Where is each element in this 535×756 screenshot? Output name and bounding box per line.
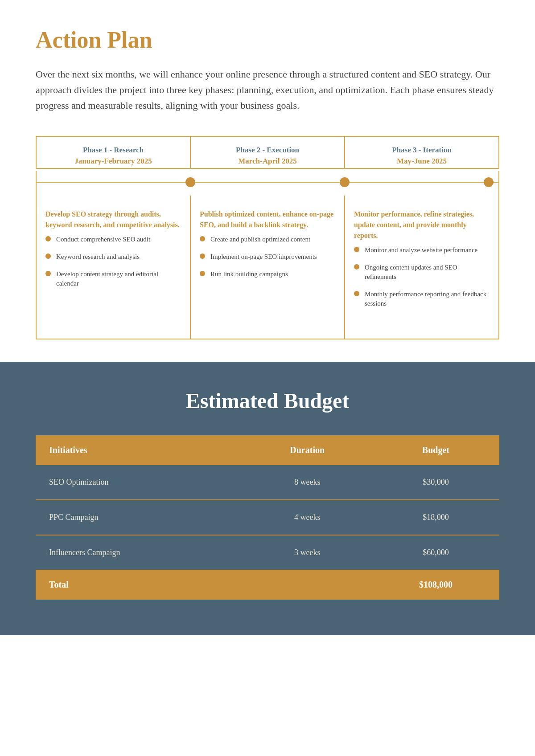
bullet-icon <box>200 253 205 259</box>
phase-2-items: Create and publish optimized content Imp… <box>191 235 344 300</box>
list-item: Conduct comprehensive SEO audit <box>45 235 181 244</box>
phase-1-item-3: Develop content strategy and editorial c… <box>56 270 181 288</box>
list-item: Ongoing content updates and SEO refineme… <box>354 263 490 282</box>
row-2-budget: $18,000 <box>372 500 499 535</box>
phase-2-label: Phase 2 - Execution <box>198 146 337 155</box>
header-duration: Duration <box>243 435 372 465</box>
row-3-duration: 3 weeks <box>243 535 372 570</box>
phase-1-header: Phase 1 - Research January-February 2025 <box>37 137 190 168</box>
total-amount: $108,000 <box>372 570 499 600</box>
phase-3-label: Phase 3 - Iteration <box>352 146 492 155</box>
action-plan-section: Action Plan Over the next six months, we… <box>0 0 535 362</box>
phase-3-item-3: Monthly performance reporting and feedba… <box>365 290 490 308</box>
phase-2-header: Phase 2 - Execution March-April 2025 <box>191 137 344 168</box>
header-initiatives: Initiatives <box>36 435 243 465</box>
phase-3-item-1: Monitor and analyze website performance <box>365 245 477 255</box>
phase-2-description: Publish optimized content, enhance on-pa… <box>191 200 344 235</box>
total-label: Total <box>36 570 243 600</box>
list-item: Develop content strategy and editorial c… <box>45 270 181 288</box>
phases-content-row: Develop SEO strategy through audits, key… <box>37 196 498 339</box>
bullet-icon <box>354 264 359 270</box>
bullet-icon <box>200 236 205 241</box>
timeline-bar: Develop SEO strategy through audits, key… <box>36 171 499 339</box>
budget-table-header-row: Initiatives Duration Budget <box>36 435 499 465</box>
bullet-icon <box>45 271 51 276</box>
bullet-icon <box>354 247 359 252</box>
bullet-icon <box>354 291 359 296</box>
phase-3-date: May-June 2025 <box>352 157 492 166</box>
phase-2-item-3: Run link building campaigns <box>210 270 288 279</box>
list-item: Create and publish optimized content <box>200 235 335 244</box>
timeline-dot-3 <box>484 177 494 187</box>
timeline-wrapper <box>37 171 498 193</box>
budget-title: Estimated Budget <box>36 388 499 413</box>
phase-3-column: Phase 3 - Iteration May-June 2025 <box>345 137 498 168</box>
row-3-initiative: Influencers Campaign <box>36 535 243 570</box>
phase-2-item-1: Create and publish optimized content <box>210 235 310 244</box>
phase-1-items: Conduct comprehensive SEO audit Keyword … <box>37 235 190 310</box>
row-2-duration: 4 weeks <box>243 500 372 535</box>
row-3-budget: $60,000 <box>372 535 499 570</box>
timeline-dot-1 <box>185 177 195 187</box>
phase-1-content: Develop SEO strategy through audits, key… <box>37 196 191 339</box>
table-row: Influencers Campaign 3 weeks $60,000 <box>36 535 499 570</box>
phase-3-header: Phase 3 - Iteration May-June 2025 <box>345 137 498 168</box>
bullet-icon <box>45 253 51 259</box>
row-1-duration: 8 weeks <box>243 465 372 500</box>
phase-1-item-2: Keyword research and analysis <box>56 252 140 262</box>
budget-section: Estimated Budget Initiatives Duration Bu… <box>0 362 535 635</box>
budget-table: Initiatives Duration Budget SEO Optimiza… <box>36 435 499 600</box>
page: Action Plan Over the next six months, we… <box>0 0 535 756</box>
action-plan-description: Over the next six months, we will enhanc… <box>36 66 499 114</box>
phases-grid: Phase 1 - Research January-February 2025… <box>36 136 499 169</box>
list-item: Monitor and analyze website performance <box>354 245 490 255</box>
phase-3-item-2: Ongoing content updates and SEO refineme… <box>365 263 490 282</box>
header-budget: Budget <box>372 435 499 465</box>
phase-3-description: Monitor performance, refine strategies, … <box>345 200 498 245</box>
phase-1-date: January-February 2025 <box>43 157 183 166</box>
phase-2-date: March-April 2025 <box>198 157 337 166</box>
list-item: Monthly performance reporting and feedba… <box>354 290 490 308</box>
phase-1-description: Develop SEO strategy through audits, key… <box>37 200 190 235</box>
phase-1-column: Phase 1 - Research January-February 2025 <box>37 137 191 168</box>
timeline-line <box>37 182 498 183</box>
list-item: Implement on-page SEO improvements <box>200 252 335 262</box>
budget-total-row: Total $108,000 <box>36 570 499 600</box>
table-row: SEO Optimization 8 weeks $30,000 <box>36 465 499 500</box>
phase-3-items: Monitor and analyze website performance … <box>345 245 498 330</box>
phase-2-column: Phase 2 - Execution March-April 2025 <box>191 137 345 168</box>
action-plan-title: Action Plan <box>36 27 499 53</box>
bullet-icon <box>200 271 205 276</box>
phase-3-content: Monitor performance, refine strategies, … <box>345 196 498 339</box>
row-2-initiative: PPC Campaign <box>36 500 243 535</box>
phase-1-item-1: Conduct comprehensive SEO audit <box>56 235 150 244</box>
phase-1-label: Phase 1 - Research <box>43 146 183 155</box>
row-1-initiative: SEO Optimization <box>36 465 243 500</box>
list-item: Run link building campaigns <box>200 270 335 279</box>
total-empty <box>243 570 372 600</box>
timeline-dot-2 <box>340 177 350 187</box>
list-item: Keyword research and analysis <box>45 252 181 262</box>
phase-2-item-2: Implement on-page SEO improvements <box>210 252 317 262</box>
phase-2-content: Publish optimized content, enhance on-pa… <box>191 196 345 339</box>
table-row: PPC Campaign 4 weeks $18,000 <box>36 500 499 535</box>
bullet-icon <box>45 236 51 241</box>
row-1-budget: $30,000 <box>372 465 499 500</box>
